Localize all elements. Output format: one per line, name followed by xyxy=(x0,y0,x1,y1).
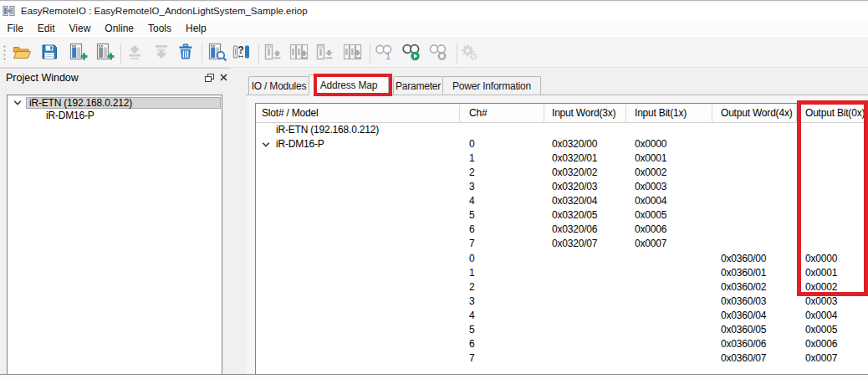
address-map-row[interactable]: 70x0360/070x0007 xyxy=(256,351,868,366)
address-map-row[interactable]: 60x0360/060x0006 xyxy=(256,337,868,351)
address-map-row[interactable]: 40x0320/040x0004 xyxy=(256,194,868,208)
open-project-button[interactable] xyxy=(10,43,33,64)
close-panel-button[interactable] xyxy=(217,71,230,84)
column-header-input-word-3x[interactable]: Input Word(3x) xyxy=(552,104,615,122)
menu-edit[interactable]: Edit xyxy=(30,19,62,38)
address-map-row[interactable]: 50x0360/050x0005 xyxy=(256,323,868,337)
cell-output-word: 0x0360/06 xyxy=(721,337,766,351)
cell-input-bit: 0x0004 xyxy=(635,194,666,208)
address-map-row[interactable]: 50x0320/050x0005 xyxy=(256,208,868,223)
menu-help[interactable]: Help xyxy=(179,19,214,38)
tab-io-modules[interactable]: IO / Modules xyxy=(248,76,309,95)
address-map-row[interactable]: 10x0320/010x0001 xyxy=(256,151,868,166)
column-header-output-word-4x[interactable]: Output Word(4x) xyxy=(721,104,792,122)
module-id-icon: ? xyxy=(231,42,251,65)
move-down-icon xyxy=(151,42,171,62)
toolbar-separator xyxy=(202,44,202,64)
connection-1-button[interactable]: 1 xyxy=(372,43,396,64)
column-separator[interactable] xyxy=(459,105,460,122)
float-panel-button[interactable] xyxy=(202,71,216,84)
cell-output-bit: 0x0004 xyxy=(805,309,837,323)
column-separator[interactable] xyxy=(712,105,712,122)
address-map-row[interactable]: 20x0360/020x0002 xyxy=(256,280,868,294)
tree-item-ir-dm16-p[interactable]: iR-DM16-P xyxy=(8,110,222,121)
address-map-row[interactable]: 30x0320/030x0003 xyxy=(256,180,868,194)
upload-all-icon xyxy=(288,42,309,62)
address-map-row[interactable]: 60x0320/060x0006 xyxy=(256,223,868,237)
address-map-row[interactable]: iR-DM16-P00x0320/000x0000 xyxy=(256,137,868,151)
toolbar-separator xyxy=(258,44,259,64)
menu-online[interactable]: Online xyxy=(98,19,141,38)
tab-power-information[interactable]: Power Information xyxy=(442,76,541,95)
address-map-table: Slot# / ModelCh#Input Word(3x)Input Bit(… xyxy=(255,103,868,374)
scan-module-button[interactable] xyxy=(206,43,229,64)
cell-ch: 3 xyxy=(469,294,474,309)
settings-icon xyxy=(459,42,479,65)
tree-item-label: iR-DM16-P xyxy=(46,110,94,121)
add-module-button[interactable] xyxy=(67,43,90,64)
tab-parameter[interactable]: Parameter xyxy=(393,76,443,95)
address-map-row[interactable]: 70x0320/070x0007 xyxy=(256,237,868,251)
column-separator[interactable] xyxy=(625,105,626,122)
scan-module-icon xyxy=(207,42,227,62)
insert-module-button[interactable] xyxy=(94,43,117,64)
tree-item-ir-etn-192-168-0-212[interactable]: iR-ETN (192.168.0.212) xyxy=(8,97,222,109)
module-id-button[interactable]: ? xyxy=(229,43,253,64)
svg-text:1: 1 xyxy=(385,52,391,61)
address-map-row[interactable]: 20x0320/020x0002 xyxy=(256,166,868,180)
column-header-input-bit-1x[interactable]: Input Bit(1x) xyxy=(635,104,687,122)
column-separator[interactable] xyxy=(544,105,544,122)
toolbar-grip[interactable] xyxy=(3,44,6,63)
cell-input-word: 0x0320/05 xyxy=(552,208,597,223)
cell-output-bit: 0x0003 xyxy=(805,294,837,309)
upload-module-icon xyxy=(263,42,283,62)
column-header-slot-model[interactable]: Slot# / Model xyxy=(262,104,318,122)
tab-address-map[interactable]: Address Map xyxy=(309,74,389,95)
move-up-icon xyxy=(125,42,145,65)
cell-input-word: 0x0320/01 xyxy=(552,151,597,166)
connect-icon xyxy=(401,42,421,65)
column-header-output-bit-0x[interactable]: Output Bit(0x) xyxy=(805,104,865,122)
cell-ch: 5 xyxy=(469,208,474,223)
cell-output-bit: 0x0005 xyxy=(805,323,837,337)
download-module-icon xyxy=(314,42,334,65)
download-module-button xyxy=(313,43,336,64)
save-project-button[interactable] xyxy=(38,43,61,64)
open-project-icon xyxy=(12,42,32,65)
address-map-row[interactable]: 30x0360/030x0003 xyxy=(256,294,868,309)
delete-module-button[interactable] xyxy=(174,43,197,64)
cell-input-word: 0x0320/04 xyxy=(552,194,597,208)
cell-input-bit: 0x0003 xyxy=(635,180,666,194)
download-all-button xyxy=(340,43,364,64)
cell-ch: 5 xyxy=(469,323,474,337)
cell-slot-model: iR-ETN (192.168.0.212) xyxy=(276,123,379,137)
connect-button[interactable] xyxy=(400,43,423,64)
cell-output-bit: 0x0007 xyxy=(805,351,837,366)
menu-tools[interactable]: Tools xyxy=(141,19,179,38)
settings-icon xyxy=(459,42,479,62)
tree-expander-icon[interactable] xyxy=(13,98,23,108)
delete-module-icon xyxy=(176,42,196,62)
chevron-down-icon xyxy=(261,140,271,150)
disconnect-icon xyxy=(428,42,448,65)
cell-output-word: 0x0360/01 xyxy=(721,266,766,280)
cell-slot-model: iR-DM16-P xyxy=(276,137,324,151)
menu-file[interactable]: File xyxy=(0,19,30,38)
address-map-row[interactable]: 40x0360/040x0004 xyxy=(256,309,868,323)
address-map-row[interactable]: 10x0360/010x0001 xyxy=(256,266,868,280)
row-expander-icon[interactable] xyxy=(261,140,271,150)
disconnect-button[interactable] xyxy=(426,43,450,64)
cell-input-word: 0x0320/00 xyxy=(552,137,597,151)
cell-ch: 0 xyxy=(469,137,474,151)
tree-item-label: iR-ETN (192.168.0.212) xyxy=(29,97,132,109)
column-header-ch[interactable]: Ch# xyxy=(469,104,487,122)
cell-input-word: 0x0320/07 xyxy=(552,237,597,251)
cell-output-word: 0x0360/02 xyxy=(721,280,766,294)
address-map-row[interactable]: iR-ETN (192.168.0.212) xyxy=(256,123,868,137)
column-separator[interactable] xyxy=(796,105,797,122)
settings-button xyxy=(457,43,481,64)
address-map-row[interactable]: 00x0360/000x0000 xyxy=(256,252,868,266)
menu-view[interactable]: View xyxy=(62,19,98,38)
open-project-icon xyxy=(12,42,32,62)
disconnect-icon xyxy=(428,42,448,62)
